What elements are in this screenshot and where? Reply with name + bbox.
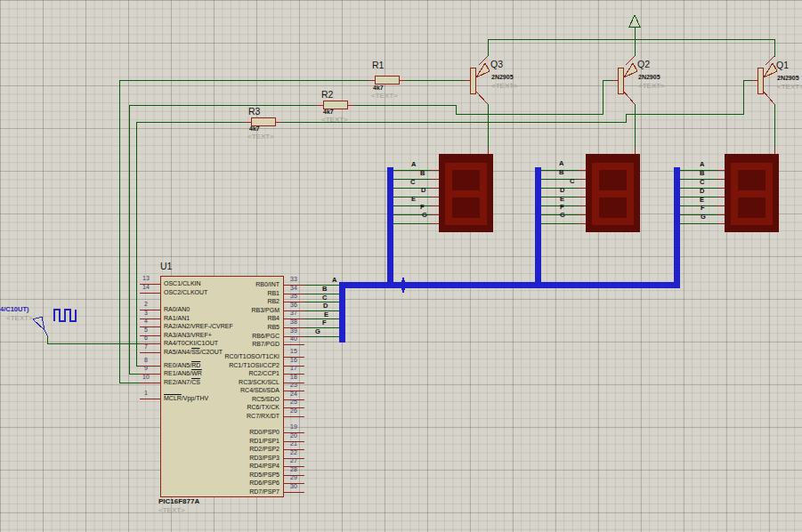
chip-part: PIC16F877A xyxy=(158,498,199,506)
pin-label: RB2 xyxy=(164,298,279,305)
schematic-svg xyxy=(0,0,802,532)
clock-source[interactable] xyxy=(33,310,76,335)
pin-number: 29 xyxy=(284,474,304,481)
pin-number: 38 xyxy=(284,318,304,326)
pin-number: 24 xyxy=(284,391,304,398)
display-segment-label: G xyxy=(560,212,565,219)
pin-label: RB6/PGC xyxy=(164,333,279,340)
transistor-placeholder: <TEXT> xyxy=(491,83,518,91)
pin-number: 22 xyxy=(284,449,304,456)
resistor-value: 4k7 xyxy=(249,125,260,133)
pin-number: 23 xyxy=(284,382,304,389)
pin-label: RD1/PSP1 xyxy=(164,438,279,445)
bus-net-label: G xyxy=(315,328,320,335)
resistor-ref: R1 xyxy=(372,60,384,71)
transistor-part: 2N2905 xyxy=(491,74,514,81)
pin-label: RC0/T1OSO/T1CKI xyxy=(164,353,279,360)
bus-net-label: F xyxy=(322,319,327,326)
pin-number: 20 xyxy=(284,432,304,439)
bus-net-label: D xyxy=(323,302,328,310)
transistor-part: 2N2905 xyxy=(638,74,660,81)
pin-number: 19 xyxy=(284,423,304,431)
transistor-part: 2N2905 xyxy=(777,75,799,82)
pin-number: 14 xyxy=(136,284,156,291)
pin-number: 15 xyxy=(284,348,304,355)
pin-number: 1 xyxy=(136,390,156,397)
display-segment-label: C xyxy=(410,179,415,186)
pin-label: RB1 xyxy=(164,290,279,297)
chip-placeholder: <TEXT> xyxy=(158,507,185,515)
bus-net-label: E xyxy=(324,311,328,318)
chip-ref: U1 xyxy=(160,262,172,272)
pin-label: RD2/PSP2 xyxy=(164,446,279,453)
resistor-placeholder: <TEXT> xyxy=(247,133,274,141)
pin-number: 18 xyxy=(284,374,304,381)
pin-label: RB4 xyxy=(164,315,279,322)
display-segment-label: D xyxy=(700,188,704,195)
transistor-placeholder: <TEXT> xyxy=(638,83,665,91)
pin-number: 8 xyxy=(136,357,156,364)
pin-number: 30 xyxy=(284,483,304,490)
pin-number: 25 xyxy=(284,399,304,406)
bus-net-label: A xyxy=(332,277,336,284)
pin-number: 36 xyxy=(284,302,304,309)
pin-label: RC6/TX/CK xyxy=(164,404,279,411)
pin-number: 6 xyxy=(136,335,156,342)
pin-label: RD5/PSP5 xyxy=(164,472,279,479)
pin-label: RC2/CCP1 xyxy=(164,370,279,377)
pin-number: 2 xyxy=(136,301,156,308)
resistor-ref: R2 xyxy=(321,90,333,101)
pin-number: 28 xyxy=(284,466,304,473)
display-segment-label: A xyxy=(411,161,416,168)
display-segment-label: C xyxy=(570,178,574,185)
pin-number: 9 xyxy=(136,365,156,372)
display-segment-label: F xyxy=(420,204,425,211)
display-segment-label: F xyxy=(701,205,705,212)
display-segment-label: C xyxy=(700,179,704,186)
clock-placeholder: <TEXT> xyxy=(6,315,33,323)
display-segment-label: D xyxy=(421,187,425,194)
pin-label: RD7/PSP7 xyxy=(164,488,279,496)
pin-label: RC3/SCK/SCL xyxy=(164,379,279,386)
pin-number: 21 xyxy=(284,440,304,447)
display-segment-label: G xyxy=(422,212,427,219)
pin-number: 10 xyxy=(136,374,156,381)
resistor-ref: R3 xyxy=(248,107,260,117)
pin-number: 37 xyxy=(284,310,304,317)
transistor-ref: Q2 xyxy=(637,60,650,70)
pin-number: 7 xyxy=(136,343,156,351)
pin-number: 3 xyxy=(136,310,156,317)
wires[interactable] xyxy=(47,27,774,383)
schematic-canvas: 13OSC1/CLKIN14OSC2/CLKOUT2RA0/AN03RA1/AN… xyxy=(0,0,802,532)
pin-number: 33 xyxy=(284,276,304,283)
display-segment-label: B xyxy=(559,169,563,176)
pin-label: RD3/PSP3 xyxy=(164,455,279,462)
transistor-ref: Q3 xyxy=(490,60,503,70)
pin-label: RD4/PSP4 xyxy=(164,463,279,470)
display-segment-label: A xyxy=(559,160,563,167)
display-segment-label: D xyxy=(560,187,564,194)
pin-label: RC4/SDI/SDA xyxy=(164,387,279,394)
pin-number: 13 xyxy=(136,275,156,282)
resistor-placeholder: <TEXT> xyxy=(321,117,348,125)
pin-label: RB5 xyxy=(164,324,279,331)
pin-number: 27 xyxy=(284,457,304,464)
pin-number: 34 xyxy=(284,285,304,292)
pin-number: 39 xyxy=(284,327,304,335)
power-terminal[interactable] xyxy=(629,15,640,27)
resistor-value: 4k7 xyxy=(323,109,334,116)
bus-net-label: B xyxy=(322,286,327,293)
pin-number: 17 xyxy=(284,365,304,372)
display-segment-label: A xyxy=(700,161,704,168)
displays[interactable] xyxy=(432,148,779,232)
display-segment-label: G xyxy=(701,214,706,221)
transistor-ref: Q1 xyxy=(776,60,789,71)
pin-number: 40 xyxy=(284,335,304,343)
pin-number: 26 xyxy=(284,407,304,415)
display-segment-label: E xyxy=(700,197,704,204)
pin-label: RC7/RX/DT xyxy=(164,413,279,420)
pin-number: 16 xyxy=(284,357,304,364)
display-segment-label: B xyxy=(420,170,425,177)
bus-net-label: C xyxy=(322,294,327,302)
display-segment-label: F xyxy=(560,204,564,211)
